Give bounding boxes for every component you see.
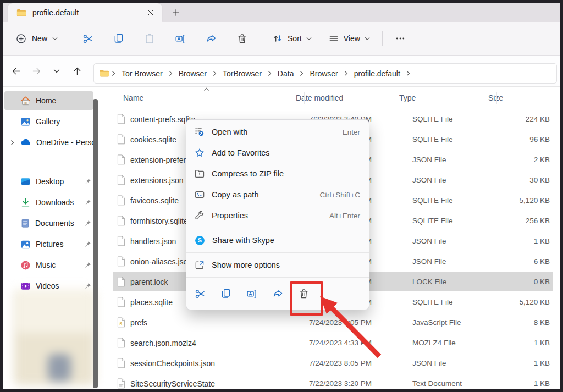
- menu-item-label: Properties: [212, 211, 248, 220]
- menu-item-compress-to-zip-file[interactable]: Compress to ZIP file: [186, 163, 369, 184]
- sidebar-divider: [19, 162, 103, 162]
- file-row-prefs[interactable]: Sprefs7/24/2023 8:05 PMJavaScript File8 …: [110, 312, 560, 333]
- sort-ascending-icon: [203, 87, 209, 91]
- path-icon: [194, 189, 205, 200]
- tab-profile-default[interactable]: profile.default: [8, 3, 162, 22]
- menu-delete-button[interactable]: [294, 284, 313, 303]
- file-icon: [117, 195, 125, 206]
- file-name: places.sqlite: [130, 298, 173, 307]
- music-icon: [20, 260, 31, 270]
- column-divider[interactable]: [406, 92, 406, 104]
- menu-item-open-with[interactable]: Open withEnter: [186, 122, 369, 142]
- cut-icon: [82, 33, 94, 45]
- column-divider[interactable]: [496, 92, 497, 104]
- address-bar[interactable]: Tor BrowserBrowserTorBrowserDataBrowserp…: [93, 63, 557, 84]
- file-type: JSON File: [412, 257, 501, 266]
- see-more-button[interactable]: [389, 27, 411, 49]
- close-tab-icon[interactable]: [143, 5, 158, 20]
- new-button-label: New: [32, 34, 47, 43]
- file-name-cell: SiteSecurityServiceState: [110, 378, 309, 389]
- file-size: 5,120 KB: [501, 196, 560, 205]
- rename-icon: [246, 288, 258, 300]
- file-date-modified: 7/22/2023 3:20 PM: [309, 379, 412, 388]
- breadcrumb-profile-default[interactable]: profile.default: [350, 69, 404, 78]
- downloads-icon: [20, 197, 31, 208]
- chevron-down-icon: [52, 37, 58, 41]
- menu-copy-button[interactable]: [216, 284, 236, 303]
- file-type: JSON File: [412, 156, 501, 164]
- toolbar-divider: [70, 31, 70, 46]
- menu-item-share-with-skype[interactable]: SShare with Skype: [186, 230, 369, 251]
- column-header-size[interactable]: Size: [488, 93, 560, 102]
- copy-button[interactable]: [108, 27, 130, 49]
- delete-icon: [236, 33, 248, 45]
- file-size: 1 KB: [501, 359, 560, 367]
- back-icon[interactable]: [9, 64, 23, 78]
- file-type: SQLITE File: [412, 298, 501, 306]
- breadcrumb-separator-icon: [211, 70, 219, 76]
- file-type: Text Document: [412, 379, 501, 388]
- breadcrumb-browser[interactable]: Browser: [306, 69, 341, 78]
- breadcrumb-separator-icon: [404, 70, 412, 76]
- new-button[interactable]: New: [10, 29, 63, 49]
- file-name: cookies.sqlite: [130, 135, 176, 144]
- menu-rename-button[interactable]: [242, 284, 262, 303]
- file-size: 1 KB: [501, 237, 560, 245]
- paste-button[interactable]: [139, 27, 161, 49]
- rename-button[interactable]: [169, 27, 191, 49]
- file-name-cell: sessionCheckpoints.json: [110, 358, 309, 368]
- chevron-down-icon: [306, 37, 312, 41]
- menu-item-add-to-favorites[interactable]: Add to Favorites: [186, 142, 369, 163]
- jsfile-icon: S: [117, 317, 125, 328]
- sidebar-item-label: OneDrive - Perso: [36, 138, 96, 147]
- breadcrumb-browser[interactable]: Browser: [175, 69, 211, 78]
- file-type: SQLITE File: [412, 135, 501, 143]
- forward-icon[interactable]: [30, 64, 43, 78]
- file-row-sitesecurityservicestate[interactable]: SiteSecurityServiceState7/22/2023 3:20 P…: [110, 373, 560, 389]
- file-type: MOZLZ4 File: [412, 339, 501, 347]
- folder-icon: [100, 69, 109, 77]
- blurred-region: [14, 289, 95, 385]
- toolbar-divider: [382, 31, 383, 46]
- breadcrumb-torbrowser[interactable]: TorBrowser: [219, 69, 266, 78]
- breadcrumb-separator-icon: [167, 70, 175, 76]
- sort-button[interactable]: Sort: [267, 29, 317, 48]
- chevron-right-icon[interactable]: [9, 140, 15, 146]
- sidebar-scrollbar[interactable]: [93, 99, 98, 388]
- share-button[interactable]: [200, 27, 222, 49]
- delete-icon: [298, 288, 310, 300]
- menu-share-button[interactable]: [268, 284, 288, 303]
- file-row-search-json-mozlz4[interactable]: search.json.mozlz47/24/2023 4:33 PMMOZLZ…: [110, 333, 560, 353]
- breadcrumb-data[interactable]: Data: [274, 69, 298, 78]
- column-divider[interactable]: [304, 92, 305, 104]
- cut-button[interactable]: [77, 27, 99, 49]
- menu-item-show-more-options[interactable]: Show more options: [186, 255, 369, 275]
- delete-button[interactable]: [231, 27, 253, 49]
- breadcrumb-tor-browser[interactable]: Tor Browser: [118, 69, 167, 78]
- file-name: onion-aliases.json: [130, 257, 192, 266]
- file-size: 1 KB: [501, 339, 560, 347]
- file-size: 8 KB: [501, 318, 560, 327]
- onedrive-icon: [20, 139, 31, 146]
- file-icon: [117, 297, 125, 307]
- menu-cut-button[interactable]: [190, 284, 210, 303]
- column-header-name[interactable]: Name: [110, 93, 296, 102]
- file-explorer-window: profile.default New Sort View: [0, 0, 563, 392]
- menu-item-properties[interactable]: PropertiesAlt+Enter: [186, 205, 369, 226]
- recent-locations-icon[interactable]: [50, 64, 63, 78]
- rename-icon: [175, 33, 186, 45]
- file-name: favicons.sqlite: [130, 196, 179, 205]
- menu-item-copy-as-path[interactable]: Copy as pathCtrl+Shift+C: [186, 184, 369, 205]
- view-button[interactable]: View: [323, 29, 376, 48]
- file-date-modified: 7/24/2023 8:05 PM: [309, 318, 412, 327]
- column-header-type[interactable]: Type: [399, 93, 488, 102]
- file-icon: [117, 175, 125, 185]
- column-header-date-modified[interactable]: Date modified: [296, 93, 399, 102]
- up-icon[interactable]: [70, 64, 84, 78]
- menu-separator: [186, 277, 369, 278]
- file-row-sessioncheckpoints-json[interactable]: sessionCheckpoints.json7/24/2023 8:05 PM…: [110, 353, 560, 373]
- new-tab-icon[interactable]: [168, 5, 184, 20]
- menu-quick-actions: [186, 279, 369, 308]
- pin-icon: [84, 219, 92, 228]
- file-size: 96 KB: [501, 135, 560, 143]
